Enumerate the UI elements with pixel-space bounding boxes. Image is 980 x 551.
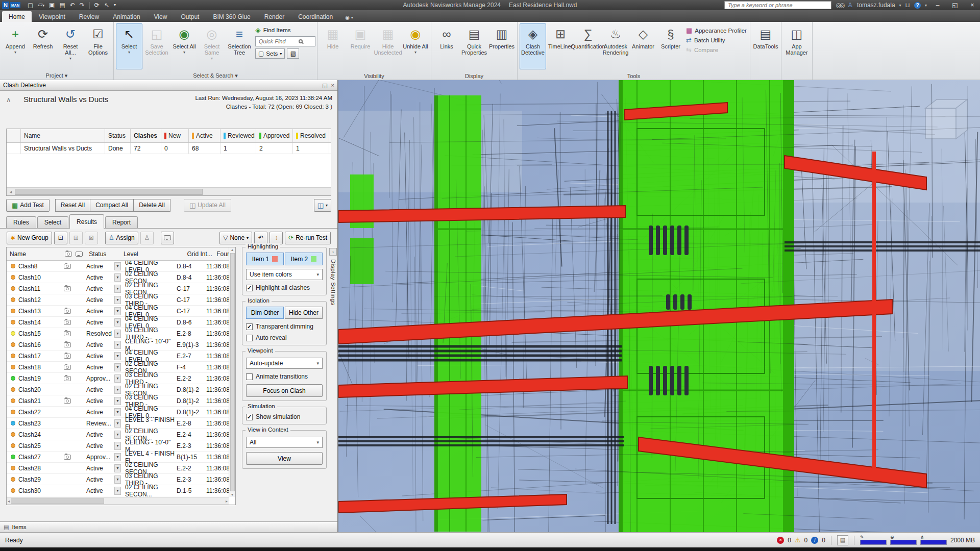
highlight-all-checkbox[interactable] <box>246 285 253 291</box>
use-item-colors-select[interactable]: Use item colors▾ <box>246 269 323 280</box>
status-dropdown-icon[interactable]: ▼ <box>114 408 121 416</box>
status-dropdown-icon[interactable]: ▼ <box>114 487 121 495</box>
tests-hscrollbar[interactable]: ◂ <box>7 187 331 195</box>
filter-dropdown[interactable]: ▽None▾ <box>219 232 252 244</box>
ribbon-button-unhide-all[interactable]: ◉Unhide All▾ <box>402 23 429 69</box>
save-icon[interactable]: ▣ <box>49 2 55 8</box>
undo-icon[interactable]: ↶ <box>70 2 75 8</box>
manage-sets-button[interactable]: ▧ <box>287 48 299 59</box>
ribbon-button-append[interactable]: +Append▾ <box>2 23 29 69</box>
tests-col-name[interactable]: Name <box>21 129 105 142</box>
ribbon-tab-bim-360-glue[interactable]: BIM 360 Glue <box>206 11 257 22</box>
find-items-button[interactable]: ◈Find Items <box>255 26 315 34</box>
ribbon-group-label[interactable]: Select & Search ▾ <box>114 72 317 79</box>
dock-icon[interactable]: ◱ <box>322 82 327 89</box>
refresh-icon[interactable]: ⟳ <box>94 2 100 8</box>
help-search-input[interactable] <box>727 2 829 9</box>
viewpoint-mode-select[interactable]: Auto-update▾ <box>246 358 323 369</box>
search-binoculars-icon[interactable]: ◎◎ <box>836 2 843 9</box>
panel-tab-results[interactable]: Results <box>69 214 104 229</box>
ribbon-button-app-manager[interactable]: ◫App Manager <box>783 23 810 69</box>
tests-col-new[interactable]: New <box>161 129 189 142</box>
status-dropdown-icon[interactable]: ▼ <box>114 285 121 293</box>
ribbon-tab-review[interactable]: Review <box>72 11 106 22</box>
results-col-grid[interactable]: Grid Int... <box>184 247 213 260</box>
undo-button[interactable]: ↶ <box>254 232 267 244</box>
results-col-name[interactable]: Name <box>7 247 62 260</box>
minimize-button[interactable]: – <box>931 1 944 10</box>
ribbon-button-selection-tree[interactable]: ≡Selection Tree <box>226 23 253 69</box>
scroll-thumb[interactable] <box>15 189 203 195</box>
scroll-left-icon[interactable]: ◂ <box>7 189 15 194</box>
ribbon-tab-viewpoint[interactable]: Viewpoint <box>32 11 72 22</box>
scene-statistics-button[interactable]: ▤ <box>837 535 848 545</box>
status-dropdown-icon[interactable]: ▼ <box>114 419 121 428</box>
expand-chevron-icon[interactable]: › <box>329 248 337 256</box>
add-test-button[interactable]: ▦Add Test <box>6 199 50 212</box>
open-file-icon[interactable]: ▱▾ <box>38 2 44 9</box>
status-dropdown-icon[interactable]: ▼ <box>114 442 121 450</box>
ribbon-tab-coordination[interactable]: Coordination <box>291 11 339 22</box>
hscroll-thumb[interactable] <box>11 498 104 504</box>
media-button[interactable]: ◉▾ <box>345 15 353 20</box>
ribbon-button-animator[interactable]: ◇Animator <box>630 23 656 69</box>
toolbar-options-icon[interactable]: ▾ <box>114 2 116 8</box>
store-cart-icon[interactable]: ⊔ <box>905 2 910 9</box>
status-dropdown-icon[interactable]: ▼ <box>114 296 121 304</box>
model-viewport[interactable] <box>338 80 980 532</box>
ribbon-button-datatools[interactable]: ▤DataTools <box>752 23 779 69</box>
delete-all-button[interactable]: Delete All <box>133 199 170 212</box>
quick-find-input[interactable] <box>258 38 299 45</box>
print-icon[interactable]: ▤ <box>59 2 65 8</box>
items-bar[interactable]: ▤ Items <box>0 521 337 532</box>
status-dropdown-icon[interactable]: ▼ <box>114 307 121 315</box>
compact-all-button[interactable]: Compact All <box>90 199 134 212</box>
new-file-icon[interactable]: ▢ <box>28 2 33 8</box>
vscroll-thumb[interactable] <box>230 253 235 491</box>
results-row[interactable]: Clash30Active▼02 CEILING SECON...D.1-511… <box>7 485 235 496</box>
status-dropdown-icon[interactable]: ▼ <box>114 464 121 472</box>
ribbon-tab-home[interactable]: Home <box>2 11 32 22</box>
scroll-down-icon[interactable]: ▾ <box>231 492 233 497</box>
animate-transitions-checkbox[interactable] <box>246 373 253 380</box>
ribbon-button-select[interactable]: ↖Select▾ <box>116 23 142 69</box>
display-settings-tab[interactable]: › Display Settings <box>329 247 337 505</box>
results-col-camera[interactable] <box>62 247 73 260</box>
panel-tab-report[interactable]: Report <box>105 216 138 228</box>
test-row[interactable]: Structural Walls vs DuctsDone72068121 <box>7 143 331 154</box>
ribbon-button-quick-properties[interactable]: ▤Quick Properties <box>461 23 487 69</box>
close-panel-icon[interactable]: × <box>331 82 334 88</box>
close-button[interactable]: × <box>966 1 979 10</box>
app-logo[interactable]: N MAN <box>2 2 20 9</box>
ribbon-tab-animation[interactable]: Animation <box>106 11 146 22</box>
sets-button[interactable]: ▢Sets▾ <box>255 48 285 59</box>
panel-title-bar[interactable]: Clash Detective ◱ × <box>0 80 337 91</box>
status-dropdown-icon[interactable]: ▼ <box>114 352 121 360</box>
results-col-level[interactable]: Level <box>120 247 184 260</box>
status-dropdown-icon[interactable]: ▼ <box>114 363 121 371</box>
panel-tab-rules[interactable]: Rules <box>6 216 36 228</box>
quick-find-box[interactable] <box>255 36 315 46</box>
tests-col-approved[interactable]: Approved <box>256 129 293 142</box>
ribbon-tab-view[interactable]: View <box>148 11 174 22</box>
auto-reveal-checkbox[interactable] <box>246 335 253 341</box>
add-comment-button[interactable] <box>161 232 174 244</box>
ribbon-button-links[interactable]: ∞Links <box>433 23 460 69</box>
status-dropdown-icon[interactable]: ▼ <box>114 475 121 484</box>
ribbon-button-refresh[interactable]: ⟳Refresh <box>30 23 56 69</box>
results-col-comment[interactable] <box>72 247 86 260</box>
view-button[interactable]: View <box>246 452 323 465</box>
tests-col-resolved[interactable]: Resolved <box>293 129 329 142</box>
status-dropdown-icon[interactable]: ▼ <box>114 273 121 282</box>
ribbon-button-autodesk-rendering[interactable]: ♨Autodesk Rendering <box>602 23 629 69</box>
ribbon-group-label[interactable]: Visibility <box>317 73 431 79</box>
scroll-left-icon[interactable]: ◂ <box>8 499 10 504</box>
help-menu-arrow-icon[interactable]: ▾ <box>925 3 927 8</box>
transparent-dimming-checkbox[interactable] <box>246 323 253 330</box>
update-status-button[interactable]: ↕ <box>270 232 283 244</box>
status-dropdown-icon[interactable]: ▼ <box>114 431 121 439</box>
collapse-chevron-icon[interactable]: ∧ <box>6 96 11 104</box>
ribbon-tab-render[interactable]: Render <box>258 11 291 22</box>
tests-col-clashes[interactable]: Clashes <box>131 129 161 142</box>
scroll-right-icon[interactable]: ▸ <box>226 499 228 504</box>
